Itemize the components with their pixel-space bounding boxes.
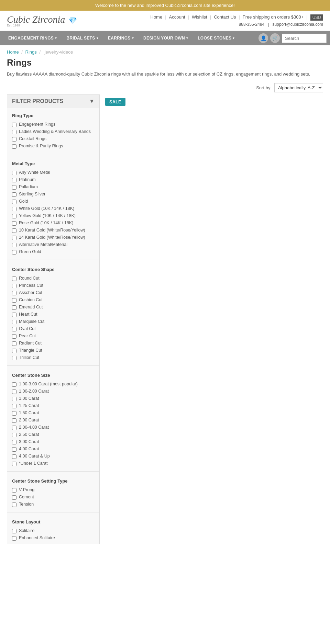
checkbox-rose-gold[interactable] bbox=[12, 221, 16, 226]
checkbox-cushion-cut[interactable] bbox=[12, 298, 16, 303]
checkbox-platinum[interactable] bbox=[12, 178, 16, 182]
nav-home[interactable]: Home bbox=[151, 14, 163, 21]
filter-solitaire[interactable]: Solitaire bbox=[12, 527, 95, 534]
checkbox-1-3-carat[interactable] bbox=[12, 382, 16, 387]
checkbox-gold[interactable] bbox=[12, 200, 16, 204]
nav-wishlist[interactable]: Wishlist bbox=[192, 14, 207, 21]
filter-any-white-metal[interactable]: Any White Metal bbox=[12, 169, 95, 176]
checkbox-2-carat[interactable] bbox=[12, 418, 16, 423]
checkbox-palladium[interactable] bbox=[12, 185, 16, 190]
filter-1-carat[interactable]: 1.00 Carat bbox=[12, 395, 95, 402]
checkbox-princess-cut[interactable] bbox=[12, 284, 16, 288]
nav-design-your-own[interactable]: DESIGN YOUR OWN ▾ bbox=[139, 31, 193, 45]
checkbox-1-25-carat[interactable] bbox=[12, 404, 16, 408]
checkbox-1-5-carat[interactable] bbox=[12, 411, 16, 416]
filter-pear-cut[interactable]: Pear Cut bbox=[12, 332, 95, 340]
nav-account[interactable]: Account bbox=[169, 14, 185, 21]
checkbox-oval-cut[interactable] bbox=[12, 327, 16, 331]
checkbox-pear-cut[interactable] bbox=[12, 334, 16, 339]
filter-triangle-cut[interactable]: Triangle Cut bbox=[12, 347, 95, 354]
filter-white-gold[interactable]: White Gold (10K / 14K / 18K) bbox=[12, 205, 95, 212]
checkbox-cement[interactable] bbox=[12, 495, 16, 500]
filter-trillion-cut[interactable]: Trillion Cut bbox=[12, 354, 95, 361]
cart-icon[interactable]: 🛒 bbox=[270, 33, 280, 43]
filter-heart-cut[interactable]: Heart Cut bbox=[12, 311, 95, 318]
sort-select[interactable]: Alphabetically, A-Z bbox=[274, 83, 323, 92]
filter-green-gold[interactable]: Green Gold bbox=[12, 248, 95, 256]
checkbox-ladies-wedding[interactable] bbox=[12, 130, 16, 134]
filter-alternative-metal[interactable]: Alternative Metal/Material bbox=[12, 241, 95, 248]
checkbox-1-2-carat[interactable] bbox=[12, 389, 16, 394]
filter-tension[interactable]: Tension bbox=[12, 501, 95, 508]
filter-2-5-carat[interactable]: 2.50 Carat bbox=[12, 431, 95, 438]
checkbox-tension[interactable] bbox=[12, 502, 16, 507]
user-icon[interactable]: 👤 bbox=[258, 33, 268, 43]
filter-oval-cut[interactable]: Oval Cut bbox=[12, 325, 95, 332]
checkbox-4-carat[interactable] bbox=[12, 447, 16, 452]
nav-engagement-rings[interactable]: ENGAGEMENT RINGS ▾ bbox=[3, 31, 62, 45]
checkbox-solitaire[interactable] bbox=[12, 529, 16, 533]
checkbox-emerald-cut[interactable] bbox=[12, 305, 16, 310]
filter-4-carat-up[interactable]: 4.00 Carat & Up bbox=[12, 453, 95, 460]
checkbox-promise-rings[interactable] bbox=[12, 144, 16, 149]
breadcrumb-rings[interactable]: Rings bbox=[25, 49, 37, 55]
filter-platinum[interactable]: Platinum bbox=[12, 176, 95, 183]
search-input[interactable] bbox=[282, 34, 327, 43]
breadcrumb-home[interactable]: Home bbox=[7, 49, 19, 55]
checkbox-white-gold[interactable] bbox=[12, 207, 16, 211]
checkbox-radiant-cut[interactable] bbox=[12, 341, 16, 346]
checkbox-sterling-silver[interactable] bbox=[12, 192, 16, 197]
checkbox-triangle-cut[interactable] bbox=[12, 349, 16, 353]
filter-radiant-cut[interactable]: Radiant Cut bbox=[12, 340, 95, 347]
filter-4-carat[interactable]: 4.00 Carat bbox=[12, 445, 95, 453]
checkbox-v-prong[interactable] bbox=[12, 488, 16, 493]
filter-enhanced-solitaire[interactable]: Enhanced Solitaire bbox=[12, 534, 95, 542]
filter-marquise-cut[interactable]: Marquise Cut bbox=[12, 318, 95, 325]
currency-selector[interactable]: USD bbox=[310, 14, 323, 21]
filter-2-carat[interactable]: 2.00 Carat bbox=[12, 417, 95, 424]
checkbox-asscher-cut[interactable] bbox=[12, 291, 16, 295]
nav-earrings[interactable]: EARRINGS ▾ bbox=[103, 31, 139, 45]
nav-contact[interactable]: Contact Us bbox=[214, 14, 236, 21]
checkbox-round-cut[interactable] bbox=[12, 276, 16, 281]
filter-14k-gold[interactable]: 14 Karat Gold (White/Rose/Yellow) bbox=[12, 234, 95, 241]
checkbox-2-4-carat[interactable] bbox=[12, 426, 16, 430]
checkbox-any-white-metal[interactable] bbox=[12, 171, 16, 175]
checkbox-2-5-carat[interactable] bbox=[12, 433, 16, 437]
filter-1-5-carat[interactable]: 1.50 Carat bbox=[12, 409, 95, 417]
filter-gold[interactable]: Gold bbox=[12, 198, 95, 205]
checkbox-14k-gold[interactable] bbox=[12, 236, 16, 240]
nav-loose-stones[interactable]: LOOSE STONES ▾ bbox=[193, 31, 239, 45]
checkbox-yellow-gold[interactable] bbox=[12, 214, 16, 218]
checkbox-trillion-cut[interactable] bbox=[12, 356, 16, 360]
filter-v-prong[interactable]: V-Prong bbox=[12, 486, 95, 494]
filter-princess-cut[interactable]: Princess Cut bbox=[12, 282, 95, 289]
checkbox-alternative-metal[interactable] bbox=[12, 243, 16, 247]
filter-1-3-carat[interactable]: 1.00-3.00 Carat (most popular) bbox=[12, 381, 95, 388]
filter-round-cut[interactable]: Round Cut bbox=[12, 275, 95, 282]
checkbox-green-gold[interactable] bbox=[12, 250, 16, 255]
filter-promise-rings[interactable]: Promise & Purity Rings bbox=[12, 143, 95, 150]
filter-2-4-carat[interactable]: 2.00-4.00 Carat bbox=[12, 424, 95, 431]
filter-cocktail-rings[interactable]: Cocktail Rings bbox=[12, 135, 95, 143]
filter-cement[interactable]: Cement bbox=[12, 494, 95, 501]
checkbox-1-carat[interactable] bbox=[12, 397, 16, 401]
filter-emerald-cut[interactable]: Emerald Cut bbox=[12, 304, 95, 311]
filter-1-2-carat[interactable]: 1.00-2.00 Carat bbox=[12, 388, 95, 395]
checkbox-3-carat[interactable] bbox=[12, 440, 16, 444]
filter-engagement-rings[interactable]: Engagement Rings bbox=[12, 121, 95, 128]
filter-sterling-silver[interactable]: Sterling Silver bbox=[12, 191, 95, 198]
filter-under-1-carat[interactable]: *Under 1 Carat bbox=[12, 460, 95, 467]
checkbox-enhanced-solitaire[interactable] bbox=[12, 536, 16, 541]
logo[interactable]: Cubic Zirconia 💎 Est. 1999 bbox=[7, 14, 77, 27]
nav-bridal-sets[interactable]: BRIDAL SETS ▾ bbox=[62, 31, 103, 45]
checkbox-engagement-rings[interactable] bbox=[12, 123, 16, 127]
filter-yellow-gold[interactable]: Yellow Gold (10K / 14K / 18K) bbox=[12, 212, 95, 219]
filter-cushion-cut[interactable]: Cushion Cut bbox=[12, 296, 95, 304]
filter-palladium[interactable]: Palladium bbox=[12, 183, 95, 191]
checkbox-4-carat-up[interactable] bbox=[12, 454, 16, 459]
checkbox-heart-cut[interactable] bbox=[12, 313, 16, 317]
filter-10k-gold[interactable]: 10 Karat Gold (White/Rose/Yellow) bbox=[12, 227, 95, 234]
nav-free-shipping[interactable]: Free shipping on orders $300+ bbox=[243, 14, 304, 21]
filter-rose-gold[interactable]: Rose Gold (10K / 14K / 18K) bbox=[12, 219, 95, 227]
